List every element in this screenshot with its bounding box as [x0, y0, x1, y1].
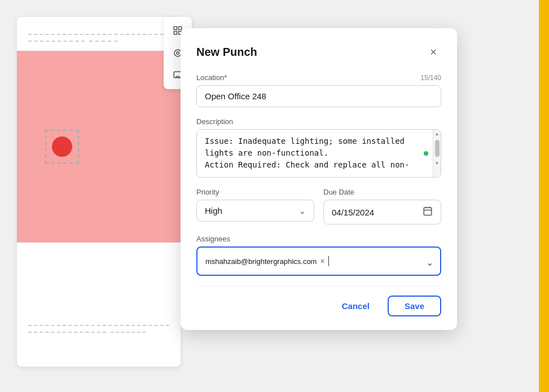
description-textarea[interactable]: Issue: Inadequate lighting; some install… — [197, 130, 433, 175]
due-date-field[interactable]: 04/15/2024 — [323, 200, 441, 224]
priority-value: High — [205, 206, 222, 215]
svg-rect-1 — [179, 27, 182, 29]
modal-header: New Punch × — [196, 44, 441, 60]
description-field-group: Description Issue: Inadequate lighting; … — [196, 117, 441, 178]
location-field-group: Location* 15/140 — [196, 73, 441, 107]
assignee-remove-button[interactable]: × — [320, 257, 324, 266]
punch-marker — [45, 130, 79, 164]
dashed-short-2 — [89, 41, 117, 42]
scrollbar[interactable]: ▲ ▼ — [433, 130, 441, 177]
due-date-col: Due Date 04/15/2024 — [323, 188, 441, 224]
close-button[interactable]: × — [425, 44, 441, 60]
assignees-field-group: Assignees mshahzaib@brightergraphics.com… — [196, 235, 441, 276]
location-label: Location* — [196, 73, 227, 82]
calendar-icon — [423, 206, 433, 218]
assignees-chevron-icon[interactable]: ⌄ — [426, 257, 433, 268]
assignees-label-row: Assignees — [196, 235, 441, 243]
priority-duedate-row: Priority High ⌄ Due Date 04/15/2024 — [196, 188, 441, 224]
ai-indicator-dot — [424, 151, 428, 156]
svg-rect-2 — [174, 32, 177, 34]
location-input[interactable] — [196, 85, 441, 107]
save-button[interactable]: Save — [388, 296, 441, 316]
priority-select[interactable]: High ⌄ — [196, 200, 314, 222]
description-label-row: Description — [196, 117, 441, 126]
left-panel — [17, 17, 181, 367]
priority-label: Priority — [196, 188, 219, 196]
dashed-line-bottom1 — [28, 325, 169, 326]
dashed-short-4 — [111, 332, 146, 333]
assignee-email: mshahzaib@brightergraphics.com — [205, 257, 317, 266]
red-dot — [52, 136, 72, 157]
modal-footer: Cancel Save — [196, 286, 441, 316]
description-wrapper: Issue: Inadequate lighting; some install… — [196, 129, 441, 178]
scroll-up-arrow[interactable]: ▲ — [433, 130, 441, 138]
text-cursor — [328, 256, 330, 266]
yellow-accent-bar — [539, 0, 549, 392]
location-label-row: Location* 15/140 — [196, 73, 441, 82]
priority-chevron-icon: ⌄ — [299, 206, 306, 215]
svg-rect-7 — [424, 208, 432, 215]
svg-point-5 — [177, 52, 179, 55]
dashed-line-top — [28, 34, 169, 35]
priority-label-row: Priority — [196, 188, 314, 196]
pink-area — [17, 51, 181, 243]
due-date-value: 04/15/2024 — [332, 208, 374, 217]
priority-col: Priority High ⌄ — [196, 188, 314, 224]
dashed-short-3 — [28, 332, 106, 333]
description-label: Description — [196, 117, 233, 126]
dashed-short-1 — [28, 41, 85, 42]
scroll-thumb[interactable] — [435, 140, 440, 157]
assignees-input[interactable]: mshahzaib@brightergraphics.com × ⌄ — [196, 246, 441, 276]
assignees-label: Assignees — [196, 235, 230, 243]
svg-rect-0 — [174, 27, 177, 29]
cancel-button[interactable]: Cancel — [333, 297, 379, 315]
modal-title: New Punch — [196, 46, 257, 59]
location-char-count: 15/140 — [420, 74, 441, 82]
new-punch-modal: New Punch × Location* 15/140 Description… — [181, 28, 457, 330]
assignee-tag: mshahzaib@brightergraphics.com × — [205, 257, 325, 266]
due-date-label: Due Date — [323, 188, 354, 196]
scroll-down-arrow[interactable]: ▼ — [433, 159, 441, 167]
due-date-label-row: Due Date — [323, 188, 441, 196]
